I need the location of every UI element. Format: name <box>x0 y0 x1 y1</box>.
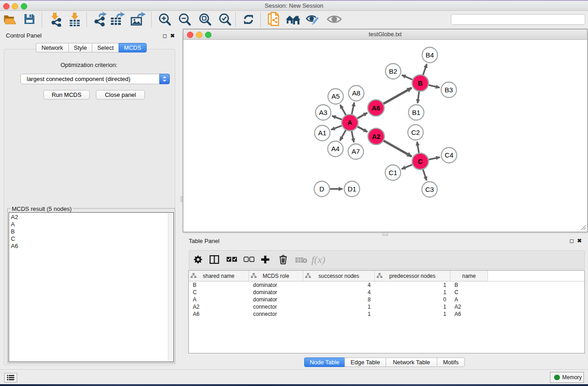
svg-text:D1: D1 <box>348 185 356 193</box>
svg-text:A1: A1 <box>318 129 326 137</box>
svg-text:B1: B1 <box>412 109 420 116</box>
svg-text:C: C <box>418 157 423 165</box>
svg-text:B4: B4 <box>425 51 434 59</box>
svg-text:A7: A7 <box>352 148 360 155</box>
svg-text:B2: B2 <box>389 67 397 75</box>
svg-text:D: D <box>320 185 325 193</box>
svg-text:B3: B3 <box>445 86 453 94</box>
svg-text:A4: A4 <box>331 145 339 152</box>
svg-text:B: B <box>418 79 423 87</box>
svg-text:C4: C4 <box>445 151 453 159</box>
svg-text:A8: A8 <box>352 89 360 97</box>
svg-text:A5: A5 <box>331 92 339 100</box>
svg-text:A: A <box>348 119 353 126</box>
svg-text:A6: A6 <box>372 104 380 112</box>
svg-text:A2: A2 <box>372 133 380 140</box>
svg-text:C2: C2 <box>411 129 420 136</box>
svg-text:C3: C3 <box>425 186 434 193</box>
svg-text:C1: C1 <box>388 169 397 176</box>
svg-text:A3: A3 <box>319 109 327 116</box>
